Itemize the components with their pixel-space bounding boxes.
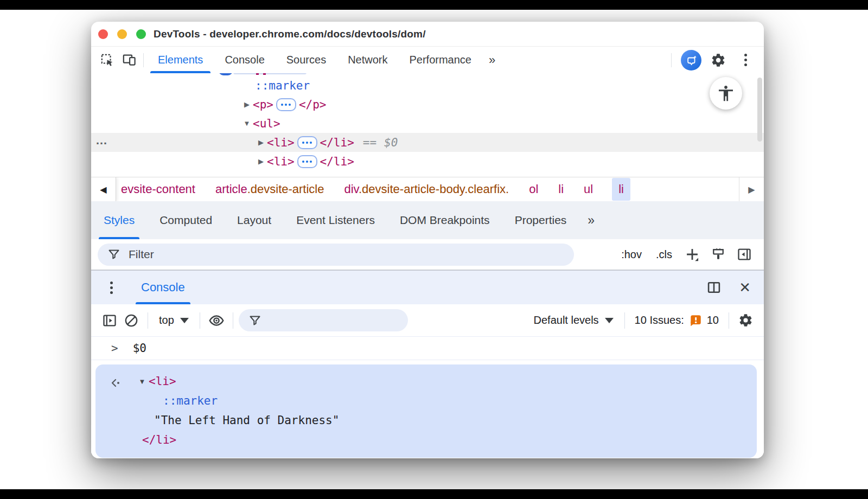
letterbox-bottom: [0, 489, 868, 499]
tab-elements[interactable]: Elements: [147, 47, 214, 73]
zoom-window-button[interactable]: [136, 29, 146, 39]
tab-network[interactable]: Network: [337, 47, 398, 73]
breadcrumb-prev-arrow[interactable]: ◀: [91, 177, 116, 201]
accessibility-person-icon[interactable]: [710, 77, 742, 110]
split-panel-icon[interactable]: [703, 277, 725, 298]
tab-performance[interactable]: Performance: [399, 47, 483, 73]
console-messages: > $0 ▼ <li> ::marker "The Left Hand of D…: [91, 337, 764, 458]
expand-arrow-icon[interactable]: ▶: [241, 100, 253, 108]
breadcrumb-item[interactable]: ol: [528, 178, 539, 201]
breadcrumb-item[interactable]: article.devsite-article: [214, 178, 326, 201]
breadcrumb-item[interactable]: ul: [583, 178, 594, 201]
more-tabs-chevron-icon[interactable]: »: [482, 53, 502, 67]
clipped-text-fragment: [256, 73, 259, 75]
styles-filter-row: :hov .cls: [91, 239, 764, 270]
filter-funnel-icon: [107, 248, 120, 261]
devtools-window: DevTools - developer.chrome.com/docs/dev…: [91, 22, 764, 458]
drawer-header-icons: ✕: [703, 271, 764, 304]
result-line-open[interactable]: ▼ <li>: [95, 372, 757, 391]
tree-row-li-selected[interactable]: … ▶ <li> </li> == $0: [91, 133, 764, 152]
chevron-down-icon: [605, 318, 614, 323]
tab-console[interactable]: Console: [214, 47, 275, 73]
result-line-string: "The Left Hand of Darkness": [95, 411, 757, 430]
main-toolbar: Elements Console Sources Network Perform…: [91, 47, 764, 73]
inline-expand-badge[interactable]: [297, 155, 317, 168]
breadcrumb-list: evsite-content article.devsite-article d…: [116, 177, 630, 201]
toolbar-divider: [148, 312, 148, 329]
log-levels-dropdown[interactable]: Default levels: [528, 314, 619, 327]
tab-event-listeners[interactable]: Event Listeners: [284, 201, 387, 239]
tab-dom-breakpoints[interactable]: DOM Breakpoints: [387, 201, 502, 239]
more-sidebar-tabs-chevron-icon[interactable]: »: [579, 201, 603, 239]
toggle-device-toolbar-icon[interactable]: [118, 49, 140, 71]
inline-expand-badge[interactable]: [276, 98, 296, 111]
breadcrumb-item[interactable]: evsite-content: [120, 178, 196, 201]
toolbar-divider: [143, 53, 144, 67]
ai-assistance-icon[interactable]: [680, 49, 702, 71]
clipped-badge-fragment: [219, 73, 233, 75]
breadcrumb-next-arrow[interactable]: ▶: [739, 177, 764, 201]
expand-arrow-icon[interactable]: ▶: [255, 138, 267, 146]
minimize-window-button[interactable]: [117, 29, 127, 39]
expand-arrow-icon[interactable]: ▶: [255, 157, 267, 165]
toggle-pseudo-state-button[interactable]: :hov: [616, 248, 647, 261]
toggle-sidebar-panel-icon[interactable]: [733, 244, 755, 265]
toolbar-divider: [624, 312, 625, 329]
tab-styles[interactable]: Styles: [91, 201, 147, 239]
issues-counter[interactable]: 10 Issues: 10: [630, 314, 723, 328]
new-style-rule-plus-icon[interactable]: [681, 244, 703, 265]
styles-filter-field[interactable]: [98, 244, 574, 266]
console-result-highlighted[interactable]: ▼ <li> ::marker "The Left Hand of Darkne…: [95, 364, 757, 458]
console-filter-input[interactable]: [269, 314, 405, 328]
console-command-entry[interactable]: > $0: [91, 337, 764, 360]
dollar-zero-reference: $0: [384, 136, 398, 149]
console-filter-field[interactable]: [239, 309, 408, 331]
collapse-arrow-icon[interactable]: ▼: [136, 378, 149, 386]
customize-devtools-kebab-icon[interactable]: [735, 49, 756, 71]
live-expression-eye-icon[interactable]: [206, 310, 227, 331]
clear-console-ban-icon[interactable]: [120, 310, 142, 331]
pseudo-element-label[interactable]: ::marker: [255, 79, 310, 92]
tree-row-ul[interactable]: ▼ <ul>: [91, 114, 764, 133]
traffic-lights: [91, 29, 154, 39]
elements-tree-panel: ::marker ▶ <p> </p> ▼ <ul> … ▶ <li> </li…: [91, 73, 764, 177]
settings-gear-icon[interactable]: [707, 49, 729, 71]
toolbar-divider: [233, 312, 233, 329]
console-settings-gear-icon[interactable]: [735, 310, 756, 331]
row-overflow-dots[interactable]: …: [95, 133, 108, 148]
drawer-tab-console[interactable]: Console: [135, 271, 192, 304]
tree-row-marker[interactable]: ::marker: [91, 76, 764, 95]
toggle-element-classes-button[interactable]: .cls: [651, 248, 677, 261]
toolbar-divider: [200, 312, 200, 329]
console-drawer-header: Console ✕: [91, 270, 764, 304]
javascript-context-dropdown[interactable]: top: [154, 314, 194, 327]
console-sidebar-toggle-icon[interactable]: [99, 310, 120, 331]
inspect-element-icon[interactable]: [97, 49, 118, 71]
inline-expand-badge[interactable]: [297, 136, 317, 149]
tab-computed[interactable]: Computed: [147, 201, 225, 239]
panel-tabs: Elements Console Sources Network Perform…: [147, 47, 482, 73]
collapse-arrow-icon[interactable]: ▼: [241, 119, 253, 127]
result-line-marker: ::marker: [95, 391, 757, 411]
chevron-down-icon: [180, 318, 189, 323]
letterbox-top: [0, 0, 868, 10]
toolbar-right-icons: [668, 49, 756, 71]
close-drawer-icon[interactable]: ✕: [739, 280, 751, 295]
breadcrumb-item[interactable]: div.devsite-article-body.clearfix.: [343, 178, 510, 201]
styles-tab-strip: Styles Computed Layout Event Listeners D…: [91, 201, 764, 239]
tree-row-p[interactable]: ▶ <p> </p>: [91, 95, 764, 114]
breadcrumb-item-selected[interactable]: li: [612, 178, 630, 201]
breadcrumb-item[interactable]: li: [557, 178, 565, 201]
tab-properties[interactable]: Properties: [502, 201, 579, 239]
toolbar-divider: [729, 312, 729, 329]
tab-sources[interactable]: Sources: [276, 47, 337, 73]
tab-layout[interactable]: Layout: [225, 201, 284, 239]
drawer-menu-kebab-icon[interactable]: [103, 271, 119, 304]
close-window-button[interactable]: [98, 29, 108, 39]
elements-scrollbar-thumb[interactable]: [757, 78, 762, 142]
tree-row-li[interactable]: ▶ <li> </li>: [91, 152, 764, 171]
rendering-brush-icon[interactable]: [707, 244, 729, 265]
console-command-text: $0: [133, 342, 146, 355]
styles-filter-input[interactable]: [127, 247, 571, 261]
filter-funnel-icon: [248, 314, 261, 327]
